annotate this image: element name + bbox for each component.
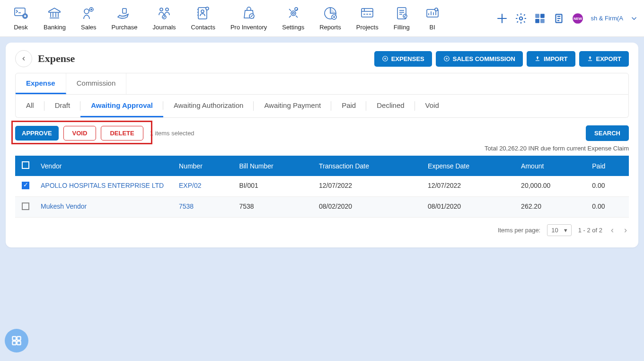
filter-awaiting-payment[interactable]: Awaiting Payment — [254, 95, 331, 117]
nav-desk[interactable]: Desk — [6, 4, 36, 33]
prev-page[interactable]: ‹ — [609, 225, 616, 235]
col-vendor[interactable]: Vendor — [36, 156, 174, 176]
nav-menu: Desk Banking Sales Purchase Journals Con… — [6, 4, 448, 33]
import-button[interactable]: IMPORT — [527, 51, 575, 67]
cell-number[interactable]: 7538 — [174, 197, 234, 218]
sales-commission-button[interactable]: SALES COMMISSION — [436, 51, 523, 67]
filling-icon — [394, 6, 409, 21]
cell-amount: 262.20 — [516, 197, 587, 218]
download-icon — [587, 55, 593, 62]
inventory-icon — [241, 6, 256, 21]
cell-amount: 20,000.00 — [516, 176, 587, 197]
gear-icon[interactable] — [515, 12, 527, 25]
pagination-range: 1 - 2 of 2 — [578, 227, 602, 234]
row-checkbox[interactable] — [22, 203, 29, 210]
calculator-icon[interactable] — [534, 12, 546, 25]
add-icon[interactable] — [496, 12, 508, 25]
col-txn-date[interactable]: Transaction Date — [314, 156, 423, 176]
table-row: APOLLO HOSPITALS ENTERPRISE LTD EXP/02 B… — [15, 176, 629, 197]
select-all-checkbox[interactable] — [22, 161, 29, 169]
top-nav: Desk Banking Sales Purchase Journals Con… — [0, 0, 644, 37]
svg-rect-16 — [362, 9, 373, 17]
settings-icon — [286, 6, 301, 21]
svg-point-6 — [160, 8, 163, 11]
page-title: Expense — [38, 53, 75, 65]
cell-exp: 12/07/2022 — [423, 176, 516, 197]
tabs-main: Expense Commission — [15, 73, 629, 95]
nav-bi[interactable]: BI — [417, 4, 448, 33]
reports-icon — [323, 6, 338, 21]
action-row: APPROVE VOID DELETE 1 items selected SEA… — [15, 125, 629, 141]
col-exp-date[interactable]: Expense Date — [423, 156, 516, 176]
svg-point-3 — [84, 9, 89, 14]
filter-void[interactable]: Void — [415, 95, 450, 117]
filter-awaiting-approval[interactable]: Awaiting Approval — [80, 95, 163, 117]
header-actions: EXPENSES SALES COMMISSION IMPORT EXPORT — [374, 51, 629, 67]
selected-count: 1 items selected — [150, 130, 194, 137]
row-checkbox[interactable] — [22, 182, 29, 189]
nav-journals[interactable]: Journals — [145, 4, 183, 33]
svg-rect-22 — [536, 14, 540, 18]
chevron-down-icon[interactable] — [630, 14, 638, 23]
filter-tabs: All Draft Awaiting Approval Awaiting Aut… — [15, 95, 629, 118]
purchase-icon — [117, 6, 132, 21]
page-header: Expense EXPENSES SALES COMMISSION IMPORT… — [15, 50, 629, 67]
table-row: Mukesh Vendor 7538 7538 08/02/2020 08/01… — [15, 197, 629, 218]
nav-filling[interactable]: Filling — [386, 4, 417, 33]
firm-name[interactable]: sh & Firm(A — [591, 15, 623, 22]
delete-button[interactable]: DELETE — [101, 126, 143, 141]
cell-number[interactable]: EXP/02 — [174, 176, 234, 197]
cell-txn: 08/02/2020 — [314, 197, 423, 218]
cell-vendor[interactable]: Mukesh Vendor — [36, 197, 174, 218]
void-button[interactable]: VOID — [63, 126, 97, 141]
page-size-select[interactable]: 10 ▾ — [547, 224, 571, 236]
nav-projects[interactable]: Projects — [349, 4, 386, 33]
nav-banking[interactable]: Banking — [36, 4, 73, 33]
export-button[interactable]: EXPORT — [579, 51, 629, 67]
search-button[interactable]: SEARCH — [586, 125, 629, 141]
plus-circle-icon — [443, 55, 450, 62]
col-paid[interactable]: Paid — [587, 156, 629, 176]
nav-inventory[interactable]: Pro Inventory — [223, 4, 274, 33]
summary-text: Total 20,262.20 INR due form current Exp… — [15, 145, 629, 152]
nav-sales[interactable]: Sales — [73, 4, 104, 33]
filter-paid[interactable]: Paid — [331, 95, 366, 117]
next-page[interactable]: › — [622, 225, 629, 235]
svg-text:NEW: NEW — [574, 17, 583, 21]
filter-declined[interactable]: Declined — [366, 95, 415, 117]
svg-point-21 — [520, 17, 523, 20]
cell-exp: 08/01/2020 — [423, 197, 516, 218]
new-badge-icon[interactable]: NEW — [572, 12, 584, 25]
col-amount[interactable]: Amount — [516, 156, 587, 176]
chevron-left-icon — [20, 55, 27, 62]
page-container: Expense EXPENSES SALES COMMISSION IMPORT… — [6, 43, 638, 247]
desk-icon — [13, 6, 28, 21]
svg-point-11 — [206, 7, 209, 10]
expense-table: Vendor Number Bill Number Transaction Da… — [15, 156, 629, 218]
svg-point-20 — [435, 8, 438, 11]
svg-rect-25 — [540, 19, 545, 23]
tab-commission[interactable]: Commission — [66, 73, 127, 94]
nav-contacts[interactable]: Contacts — [184, 4, 223, 33]
cell-bill: 7538 — [234, 197, 314, 218]
svg-rect-5 — [123, 9, 126, 13]
approve-button[interactable]: APPROVE — [15, 126, 59, 141]
filter-draft[interactable]: Draft — [44, 95, 81, 117]
filter-all[interactable]: All — [16, 95, 44, 117]
sales-icon — [81, 6, 96, 21]
tab-expense[interactable]: Expense — [16, 73, 66, 94]
filter-awaiting-authorization[interactable]: Awaiting Authorization — [163, 95, 254, 117]
nav-purchase[interactable]: Purchase — [104, 4, 145, 33]
cell-vendor[interactable]: APOLLO HOSPITALS ENTERPRISE LTD — [36, 176, 174, 197]
col-number[interactable]: Number — [174, 156, 234, 176]
back-button[interactable] — [15, 50, 32, 67]
nav-settings[interactable]: Settings — [274, 4, 312, 33]
col-bill[interactable]: Bill Number — [234, 156, 314, 176]
clipboard-icon[interactable] — [553, 12, 565, 25]
svg-rect-23 — [540, 14, 545, 18]
dropdown-caret-icon: ▾ — [564, 227, 567, 234]
journals-icon — [157, 6, 172, 21]
expenses-button[interactable]: EXPENSES — [374, 51, 432, 67]
svg-point-10 — [201, 10, 204, 13]
nav-reports[interactable]: Reports — [312, 4, 349, 33]
